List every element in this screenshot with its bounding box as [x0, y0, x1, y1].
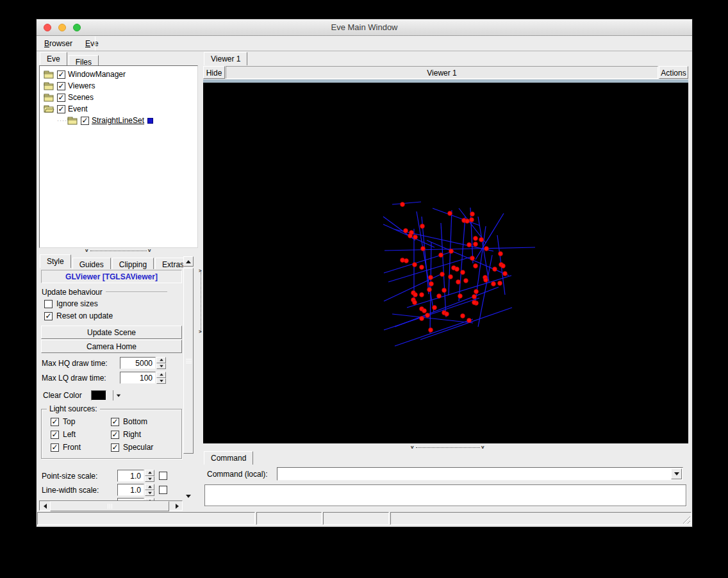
tree-item-checkbox[interactable]: ✓ [57, 82, 65, 90]
scroll-down-button[interactable] [183, 491, 194, 501]
folder-icon [44, 81, 54, 90]
tree-item-label[interactable]: Event [68, 104, 88, 113]
style-vertical-scrollbar[interactable] [183, 256, 194, 501]
tree-item-checkbox[interactable]: ✓ [81, 117, 89, 125]
checkbox[interactable]: ✓ [51, 443, 59, 452]
checkbox[interactable]: ✓ [111, 431, 119, 439]
light-sources-group: Light sources: ✓Top✓Bottom✓Left✓Right✓Fr… [41, 409, 182, 459]
tab-eve[interactable]: Eve [40, 52, 67, 65]
clear-color-swatch[interactable] [91, 390, 106, 400]
title-bar[interactable]: Eve Main Window [37, 19, 692, 36]
tab-command[interactable]: Command [204, 451, 253, 465]
spin-buttons [156, 372, 166, 384]
tree-item-scenes[interactable]: ✓Scenes [40, 92, 197, 103]
tree-item-checkbox[interactable]: ✓ [57, 105, 65, 113]
style-horizontal-scrollbar[interactable] [39, 500, 183, 511]
scroll-left-button[interactable] [40, 501, 50, 511]
spin-entry[interactable]: 1.0 [117, 470, 144, 482]
tree-item-checkbox[interactable]: ✓ [57, 94, 65, 102]
checkbox[interactable] [44, 300, 53, 308]
scale-option-checkbox[interactable] [159, 472, 167, 480]
hide-button[interactable]: Hide [203, 66, 225, 79]
command-history-dropdown[interactable] [671, 468, 682, 479]
spin-up-button[interactable] [145, 470, 154, 476]
menu-eve[interactable]: Eve [79, 38, 105, 49]
scale-option-checkbox[interactable] [159, 486, 167, 494]
spin-row: Max LQ draw time:100 [42, 372, 166, 384]
spin-up-button[interactable] [145, 484, 154, 490]
check-mark-icon: ✓ [58, 71, 64, 78]
spin-row-label: Max LQ draw time: [42, 374, 120, 383]
scroll-right-button[interactable] [172, 501, 182, 511]
spin-up-button[interactable] [156, 357, 166, 363]
spin-buttons [156, 357, 166, 369]
menu-bar: BrowserEve [37, 37, 692, 51]
spin-down-button[interactable] [156, 378, 166, 384]
tab-style[interactable]: Style [40, 254, 71, 268]
checkbox-label: Reset on update [56, 311, 113, 320]
check-mark-icon: ✓ [112, 431, 118, 438]
spin-buttons [145, 470, 154, 482]
checkbox[interactable]: ✓ [111, 443, 119, 452]
spin-buttons [145, 484, 154, 496]
vertical-scroll-thumb[interactable] [183, 268, 194, 454]
horizontal-scroll-thumb[interactable] [50, 501, 169, 511]
tree-item-viewers[interactable]: ✓Viewers [40, 80, 197, 92]
checkbox[interactable]: ✓ [51, 431, 59, 439]
tree-item-label[interactable]: StraightLineSet [92, 116, 144, 125]
tab-clipping[interactable]: Clipping [112, 258, 154, 269]
checkbox-row: Ignore sizes [44, 299, 98, 308]
tree-item-label[interactable]: Scenes [68, 93, 94, 102]
checkbox-label: Front [63, 443, 81, 452]
check-mark-icon: ✓ [58, 106, 64, 112]
spin-down-button[interactable] [145, 490, 154, 497]
clear-color-label: Clear Color [43, 391, 82, 400]
spin-entry[interactable]: 1.0 [117, 484, 144, 496]
tree-item-label[interactable]: WindowManager [68, 70, 126, 79]
checkbox[interactable]: ✓ [111, 418, 119, 426]
light-left-row: ✓Left [51, 430, 76, 439]
spin-row-label: Line-width scale: [42, 486, 117, 495]
command-input[interactable] [277, 467, 683, 481]
tab-viewer-1[interactable]: Viewer 1 [204, 52, 247, 65]
spin-up-button[interactable] [156, 372, 166, 378]
checkbox[interactable]: ✓ [44, 312, 53, 320]
tree-item-checkbox[interactable]: ✓ [57, 70, 65, 79]
gl-viewport[interactable] [203, 83, 688, 443]
command-output[interactable] [204, 484, 686, 506]
actions-button[interactable]: Actions [659, 66, 688, 79]
update-scene-button[interactable]: Update Scene [41, 326, 182, 339]
light-sources-label: Light sources: [47, 404, 100, 413]
tree-style-splitter[interactable]: v v [39, 249, 198, 254]
tab-guides[interactable]: Guides [72, 258, 111, 269]
scroll-up-button[interactable] [183, 256, 194, 267]
spin-value: 1.0 [130, 486, 141, 495]
status-section [37, 512, 255, 525]
check-mark-icon: ✓ [51, 418, 58, 425]
tree-item-label[interactable]: Viewers [68, 81, 95, 90]
checkbox-row: ✓Reset on update [44, 311, 113, 320]
tree-item-windowmanager[interactable]: ✓WindowManager [40, 69, 197, 80]
light-right-row: ✓Right [111, 430, 141, 439]
spin-row: Line-width scale:1.0 [42, 484, 167, 496]
tree-item-straightlineset[interactable]: ····✓StraightLineSet [40, 115, 197, 126]
spin-value: 5000 [135, 359, 153, 368]
clear-color-dropdown[interactable] [113, 390, 121, 400]
menu-browser[interactable]: Browser [38, 38, 79, 49]
spin-entry[interactable]: 100 [120, 372, 156, 384]
spin-entry[interactable]: 5000 [120, 357, 156, 369]
check-mark-icon: ✓ [45, 313, 51, 319]
eve-tree-view[interactable]: ✓WindowManager✓Viewers✓Scenes✓Event····✓… [39, 65, 198, 248]
checkbox[interactable]: ✓ [51, 418, 59, 426]
update-behaviour-section: Update behaviour [42, 288, 167, 297]
spin-down-button[interactable] [156, 363, 166, 370]
spin-value: 100 [140, 374, 153, 383]
spin-row: Point-size scale:1.0 [42, 470, 167, 482]
camera-home-button[interactable]: Camera Home [41, 340, 182, 353]
check-mark-icon: ✓ [58, 83, 64, 89]
tree-item-event[interactable]: ✓Event [40, 103, 197, 115]
spin-row-label: Point-size scale: [42, 472, 117, 481]
chevron-down-icon [116, 394, 120, 397]
spin-down-button[interactable] [145, 476, 154, 483]
viewer-command-splitter[interactable]: v v [203, 445, 688, 450]
